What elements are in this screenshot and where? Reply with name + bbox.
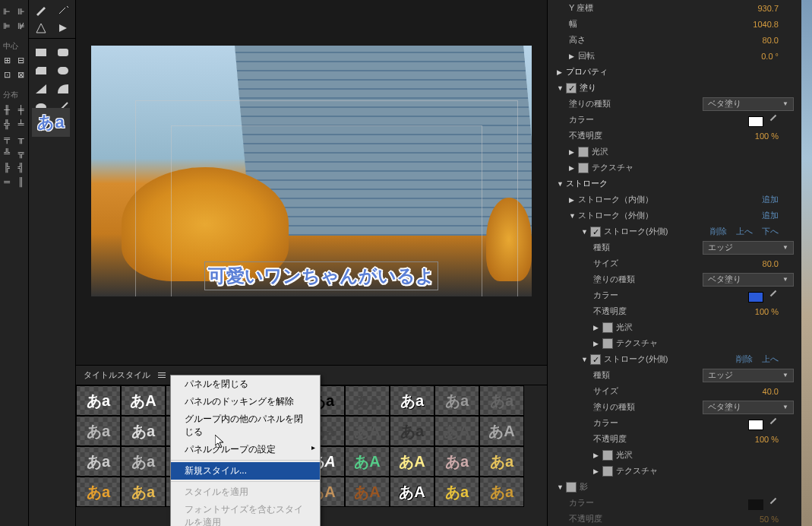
twirl-stroke1-texture[interactable] — [593, 340, 601, 347]
dist-12[interactable]: ║ — [14, 174, 29, 189]
center-tool-3[interactable]: ⊡ — [0, 68, 14, 82]
menu-panel-group-settings[interactable]: パネルグループの設定 — [171, 441, 320, 458]
fill-type-select[interactable]: ベタ塗り — [703, 97, 794, 111]
shadow-opacity-value[interactable]: 50 % — [760, 515, 779, 524]
style-swatch[interactable]: あa — [121, 477, 166, 507]
center-tool-4[interactable]: ⊠ — [14, 68, 29, 82]
dist-5[interactable]: ╤ — [0, 131, 14, 145]
dist-10[interactable]: ╣ — [14, 160, 29, 174]
menu-undock-panel[interactable]: パネルのドッキングを解除 — [171, 393, 320, 410]
style-swatch[interactable]: あa — [390, 416, 434, 446]
eyedropper-icon[interactable] — [768, 288, 779, 299]
current-style-thumb[interactable]: あa — [32, 108, 70, 137]
twirl-sheen[interactable] — [569, 148, 577, 156]
style-swatch[interactable]: あa — [390, 385, 434, 416]
clip-rect-tool-icon[interactable] — [30, 62, 51, 79]
delete-stroke-1[interactable]: 削除 — [710, 227, 727, 236]
align-tool-4[interactable]: ⊯ — [14, 19, 29, 33]
twirl-stroke2-texture[interactable] — [593, 467, 601, 475]
panel-menu-icon[interactable] — [156, 371, 167, 380]
style-swatch[interactable]: あa — [76, 385, 121, 416]
title-text-object[interactable]: 可愛いワンちゃんがいるよ — [205, 262, 438, 290]
up-stroke-2[interactable]: 上へ — [762, 354, 779, 363]
menu-apply-with-font[interactable]: フォントサイズを含むスタイルを適用 — [171, 501, 320, 526]
center-h[interactable]: ⊞ — [0, 53, 14, 68]
fill-opacity-value[interactable]: 100 % — [755, 132, 779, 141]
style-swatch[interactable]: あA — [345, 446, 390, 477]
menu-new-style[interactable]: 新規スタイル... — [171, 462, 320, 480]
dist-7[interactable]: ╩ — [0, 145, 14, 160]
style-swatch[interactable]: あa — [434, 446, 479, 477]
style-swatch[interactable]: あa — [76, 416, 121, 446]
dist-6[interactable]: ╥ — [14, 131, 29, 145]
width-value[interactable]: 1040.8 — [753, 20, 779, 29]
stroke2-texture-checkbox[interactable] — [602, 466, 613, 477]
shadow-color-swatch[interactable] — [748, 499, 763, 510]
style-swatch[interactable]: あA — [121, 385, 166, 416]
style-swatch[interactable]: あa — [434, 385, 479, 416]
style-swatch[interactable]: あa — [76, 446, 121, 477]
up-stroke-1[interactable]: 上へ — [736, 227, 753, 236]
twirl-rotation[interactable] — [569, 52, 577, 60]
twirl-stroke-item-1[interactable] — [581, 228, 589, 236]
roundrect-tool-icon[interactable] — [52, 44, 73, 61]
shadow-checkbox[interactable] — [566, 482, 577, 493]
arrow-tool-icon[interactable] — [52, 20, 73, 36]
stroke1-size-value[interactable]: 80.0 — [763, 259, 779, 268]
style-swatch[interactable]: あa — [121, 446, 166, 477]
stroke2-sheen-checkbox[interactable] — [602, 450, 613, 461]
twirl-stroke2-sheen[interactable] — [593, 452, 601, 459]
style-swatch[interactable]: あa — [479, 446, 524, 477]
down-stroke-1[interactable]: 下へ — [762, 227, 779, 236]
rect-tool-icon[interactable] — [30, 44, 51, 61]
stroke1-sheen-checkbox[interactable] — [602, 322, 613, 333]
preview-canvas[interactable]: 可愛いワンちゃんがいるよ — [76, 0, 547, 365]
height-value[interactable]: 80.0 — [763, 36, 779, 45]
convert-tool-icon[interactable] — [30, 20, 51, 36]
twirl-stroke-inner[interactable] — [569, 196, 577, 204]
eyedropper-icon[interactable] — [768, 496, 779, 506]
dist-8[interactable]: ╦ — [14, 145, 29, 160]
title-styles-tab[interactable]: タイトルスタイル — [84, 369, 150, 381]
stroke1-filltype-select[interactable]: ベタ塗り — [703, 273, 794, 287]
stroke1-color-swatch[interactable] — [748, 292, 763, 303]
style-swatch[interactable]: あA — [434, 416, 479, 446]
y-value[interactable]: 930.7 — [757, 4, 779, 13]
stroke1-texture-checkbox[interactable] — [602, 338, 613, 349]
dist-1[interactable]: ╫ — [0, 102, 14, 116]
style-swatch[interactable]: あa — [434, 477, 479, 507]
menu-close-panel[interactable]: パネルを閉じる — [171, 375, 320, 393]
wedge-tool-icon[interactable] — [30, 81, 51, 97]
style-swatch[interactable]: あA — [345, 477, 390, 507]
menu-close-others[interactable]: グループ内の他のパネルを閉じる — [171, 410, 320, 441]
roundrect2-tool-icon[interactable] — [52, 62, 73, 79]
twirl-stroke-outer[interactable] — [569, 212, 577, 220]
style-swatch[interactable]: あA — [345, 416, 390, 446]
stroke1-kind-select[interactable]: エッジ — [703, 241, 794, 255]
stroke1-checkbox[interactable]: ✓ — [590, 227, 601, 237]
style-swatch[interactable]: あA — [390, 446, 434, 477]
twirl-property[interactable] — [557, 68, 564, 76]
stroke2-kind-select[interactable]: エッジ — [703, 369, 794, 382]
twirl-stroke[interactable] — [557, 180, 564, 188]
twirl-shadow[interactable] — [557, 483, 564, 491]
dist-3[interactable]: ╬ — [0, 116, 14, 131]
sheen-checkbox[interactable] — [578, 147, 589, 157]
style-swatch[interactable]: あa — [479, 385, 524, 416]
dist-4[interactable]: ╧ — [14, 116, 29, 131]
stroke2-size-value[interactable]: 40.0 — [763, 387, 779, 396]
align-tool-2[interactable]: ⊪ — [14, 5, 29, 19]
stroke1-opacity-value[interactable]: 100 % — [755, 307, 779, 316]
dist-11[interactable]: ═ — [0, 174, 14, 189]
stroke2-checkbox[interactable]: ✓ — [590, 354, 601, 365]
dist-2[interactable]: ╪ — [14, 102, 29, 116]
eyedropper-icon[interactable] — [768, 416, 779, 426]
twirl-texture[interactable] — [569, 164, 577, 172]
style-swatch[interactable]: あA — [390, 477, 434, 507]
style-swatch[interactable]: あa — [121, 416, 166, 446]
delete-stroke-2[interactable]: 削除 — [736, 354, 753, 363]
rotation-value[interactable]: 0.0 ° — [761, 52, 779, 61]
stroke2-color-swatch[interactable] — [748, 420, 763, 430]
texture-checkbox[interactable] — [578, 163, 589, 173]
twirl-stroke1-sheen[interactable] — [593, 324, 601, 331]
